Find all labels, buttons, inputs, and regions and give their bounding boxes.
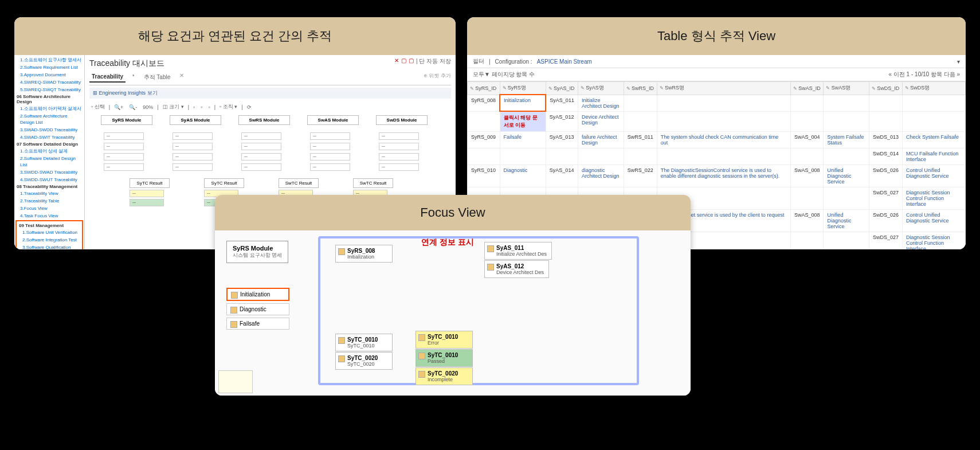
column-header[interactable]: SwDS명 [903, 82, 966, 95]
table-cell[interactable]: SwAS_004 [790, 132, 824, 148]
diagram-node[interactable]: ··· [104, 163, 144, 171]
column-header[interactable]: SwRS_ID [624, 82, 657, 95]
table-cell[interactable] [824, 148, 869, 165]
diagram-node[interactable]: ··· [310, 143, 350, 150]
diagram-node[interactable]: ··· [104, 153, 144, 161]
diagram-node[interactable]: ··· [379, 163, 419, 171]
table-cell[interactable] [468, 148, 500, 165]
module-box[interactable]: SyRS Module [101, 115, 152, 125]
column-header[interactable]: SyAS_ID [546, 82, 578, 95]
table-cell[interactable]: SwRS_011 [624, 132, 657, 148]
diagram-node[interactable]: ··· [379, 143, 419, 150]
table-cell[interactable]: SyRS_008 [468, 95, 500, 111]
sidebar-item[interactable]: 4.Task Focus View [15, 212, 83, 220]
result-box[interactable]: SyTC Result [204, 178, 244, 188]
pager-left[interactable]: 모두▼ 페이지당 항목 수 [473, 71, 535, 79]
sidebar-item[interactable]: 3.SWAD-SWDD Traceability [15, 126, 83, 134]
sidebar-item[interactable]: 2.Software Architecture Design List [15, 112, 83, 126]
column-header[interactable]: SwRS명 [657, 82, 790, 95]
sidebar-item[interactable]: 3.Focus View [15, 205, 83, 212]
table-cell[interactable]: SyAS_013 [546, 132, 578, 148]
table-cell[interactable]: failure Architect Design [578, 132, 624, 148]
table-cell[interactable]: SwDS_026 [869, 165, 903, 187]
tab-traceability[interactable]: Traceability [89, 72, 126, 83]
table-cell[interactable]: Control Unified Diagnostic Service [903, 210, 966, 232]
sidebar-item[interactable]: 3.Software Qualification Test [18, 244, 81, 249]
sidebar-item[interactable]: 1.소프트웨어 아키텍처 설계서 [15, 105, 83, 112]
org-tool[interactable]: ▫ 조직 ▾ [218, 103, 239, 111]
zoom-in[interactable]: 🔍+ [112, 104, 125, 111]
table-cell[interactable] [824, 232, 869, 250]
table-cell[interactable] [468, 111, 500, 132]
table-cell[interactable]: Unified Diagnostic Service [824, 210, 869, 232]
table-cell[interactable]: SwDS_013 [869, 132, 903, 148]
diagram-node[interactable]: ··· [173, 143, 213, 150]
diagram-node[interactable]: ··· [173, 132, 213, 140]
table-cell[interactable] [903, 111, 966, 132]
table-cell[interactable] [824, 111, 869, 132]
focus-node[interactable]: SyTC_0010SyTC_0010 [335, 334, 393, 351]
focus-list-item[interactable]: Failsafe [226, 318, 289, 330]
table-cell[interactable]: Initialize Architect Design [578, 95, 624, 111]
table-cell[interactable] [869, 111, 903, 132]
table-cell[interactable]: Device Architect Design [578, 111, 624, 132]
focus-list-item[interactable]: Diagnostic [226, 303, 289, 315]
refresh-icon[interactable]: ⟳ [245, 104, 253, 111]
table-cell[interactable] [903, 95, 966, 111]
module-box[interactable]: SwAS Module [307, 115, 359, 125]
table-cell[interactable]: SyAS_011 [546, 95, 578, 111]
minimap[interactable] [218, 370, 253, 393]
diagram-node[interactable]: ··· [379, 132, 419, 140]
sidebar-item[interactable]: 4.SWREQ-SWAD Traceability [15, 79, 83, 86]
sidebar-item[interactable]: 1.소프트웨어 상세 설계 [15, 147, 83, 155]
sidebar-item[interactable]: 2.Software Integration Test [18, 236, 81, 244]
diagram-node[interactable]: ··· [241, 163, 281, 171]
sidebar-item[interactable]: 2.Traceability Table [15, 197, 83, 205]
focus-node[interactable]: SyRS_008Initialization [335, 245, 393, 263]
table-cell[interactable]: Diagnostic [500, 165, 546, 187]
tool-icon[interactable]: ▢ [401, 57, 406, 65]
table-cell[interactable] [824, 95, 869, 111]
table-cell[interactable] [790, 111, 824, 132]
close-icon[interactable]: ✕ [394, 57, 399, 65]
table-cell[interactable]: diagnostic Architect Design [578, 165, 624, 187]
select-tool[interactable]: ▫ 선택 [89, 103, 107, 111]
tool-icon[interactable]: ▢ [409, 57, 414, 65]
filter-label[interactable]: 필터 [473, 57, 484, 65]
sidebar-item[interactable]: 3.SWDD-SWAD Traceability [15, 169, 83, 176]
table-cell[interactable]: SwDS_026 [869, 210, 903, 232]
table-cell[interactable]: SyAS_014 [546, 165, 578, 187]
column-header[interactable]: SwAS명 [824, 82, 869, 95]
sidebar-item[interactable]: 1.Software Unit Verification [18, 229, 81, 236]
table-cell[interactable] [824, 187, 869, 210]
diagram-node[interactable]: ··· [310, 132, 350, 140]
column-header[interactable]: SyAS명 [578, 82, 624, 95]
menu-icon[interactable]: ▾ [957, 58, 960, 65]
table-cell[interactable] [657, 111, 790, 132]
sidebar-item[interactable]: 1.Traceability View [15, 190, 83, 197]
table-cell[interactable]: SwAS_008 [790, 165, 824, 187]
table-cell[interactable] [790, 95, 824, 111]
table-cell[interactable] [624, 95, 657, 111]
widget-add[interactable]: ⊕ 위젯 추가 [424, 72, 451, 83]
table-cell[interactable]: SwDS_027 [869, 232, 903, 250]
table-cell[interactable] [657, 148, 790, 165]
sidebar-item[interactable]: 2.Software Requirement List [15, 64, 83, 71]
table-cell[interactable] [657, 95, 790, 111]
focus-node[interactable]: SyTC_0010Passed [415, 349, 473, 367]
sidebar-item[interactable]: 3.Approved Document [15, 71, 83, 79]
table-cell[interactable] [869, 95, 903, 111]
table-cell[interactable] [790, 232, 824, 250]
sidebar-item[interactable]: 4.SWDD-SWUT Traceability [15, 176, 83, 183]
focus-node[interactable]: SyTC_0020Incomplete [415, 367, 473, 385]
sidebar-item[interactable]: 4.SWAD-SWIT Traceability [15, 134, 83, 141]
table-cell[interactable]: SyRS_009 [468, 132, 500, 148]
table-cell[interactable] [546, 148, 578, 165]
size-tool[interactable]: ◫ 크기 ▾ [161, 103, 186, 111]
table-cell[interactable]: SyRS_010 [468, 165, 500, 187]
table-cell[interactable] [624, 111, 657, 132]
table-cell[interactable]: Check System Failsafe [903, 132, 966, 148]
diagram-node[interactable]: ··· [173, 153, 213, 161]
tool-icon[interactable]: ▫ [191, 104, 197, 111]
tool-icon[interactable]: ▫ [206, 104, 211, 111]
